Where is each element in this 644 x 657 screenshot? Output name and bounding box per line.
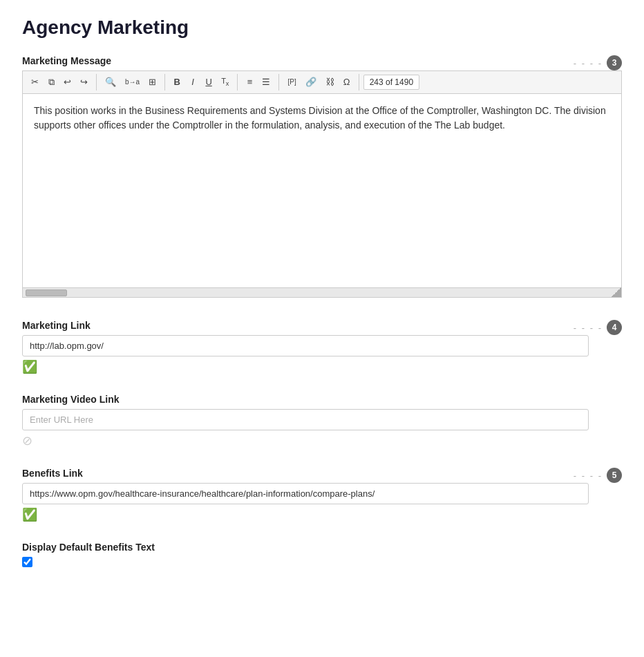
benefits-link-valid-icon: ✅ <box>22 507 622 522</box>
placeholder-button[interactable]: [P] <box>283 75 300 89</box>
marketing-message-editor[interactable]: This position works in the Business Requ… <box>23 94 621 287</box>
toolbar-group-edit: ✂ ⧉ ↩ ↪ <box>27 74 97 91</box>
marketing-video-link-invalid-icon: ⊘ <box>22 433 622 448</box>
marketing-video-link-label: Marketing Video Link <box>22 394 622 405</box>
step-badge-3: - - - - 3 <box>574 55 622 70</box>
marketing-link-valid-icon: ✅ <box>22 359 622 374</box>
marketing-video-link-input[interactable] <box>22 409 589 430</box>
editor-wrapper: This position works in the Business Requ… <box>22 93 622 298</box>
bold-button[interactable]: B <box>169 74 184 91</box>
toolbar-group-format: B I U Tx <box>169 74 238 91</box>
toolbar-group-search: 🔍 b→a ⊞ <box>101 74 165 91</box>
italic-button[interactable]: I <box>185 74 200 91</box>
char-count-group: 243 of 1490 <box>363 75 419 90</box>
ordered-list-button[interactable]: ≡ <box>242 74 257 91</box>
editor-scrollbar[interactable] <box>23 287 621 297</box>
step-badge-5: - - - - 5 <box>574 468 622 483</box>
copy-button[interactable]: ⧉ <box>44 74 59 91</box>
undo-button[interactable]: ↩ <box>59 74 75 91</box>
replace-button[interactable]: b→a <box>121 75 144 89</box>
cut-button[interactable]: ✂ <box>27 74 43 91</box>
benefits-link-field-wrapper <box>22 483 622 504</box>
unlink-button[interactable]: ⛓ <box>321 74 339 91</box>
marketing-link-section: - - - - 4 Marketing Link ✅ <box>22 320 622 374</box>
marketing-video-link-section: Marketing Video Link ⊘ <box>22 394 622 448</box>
table-button[interactable]: ⊞ <box>144 74 160 91</box>
toolbar-group-insert: [P] 🔗 ⛓ Ω <box>283 74 359 91</box>
marketing-link-field-wrapper <box>22 335 622 356</box>
benefits-link-input[interactable] <box>22 483 589 504</box>
editor-toolbar: ✂ ⧉ ↩ ↪ 🔍 b→a ⊞ B I U Tx ≡ ☰ [P] 🔗 ⛓ Ω <box>22 70 622 93</box>
display-default-benefits-label: Display Default Benefits Text <box>22 542 622 553</box>
underline-button[interactable]: U <box>201 74 216 91</box>
search-button[interactable]: 🔍 <box>101 74 120 91</box>
scrollbar-handle[interactable] <box>26 289 67 296</box>
display-default-benefits-section: Display Default Benefits Text <box>22 542 622 567</box>
page-title: Agency Marketing <box>22 17 622 39</box>
special-chars-button[interactable]: Ω <box>339 74 354 91</box>
benefits-link-section: - - - - 5 Benefits Link ✅ <box>22 468 622 522</box>
marketing-video-link-field-wrapper <box>22 409 622 430</box>
marketing-link-label: Marketing Link <box>22 320 622 331</box>
unordered-list-button[interactable]: ☰ <box>258 74 274 91</box>
link-button[interactable]: 🔗 <box>301 74 321 91</box>
char-count: 243 of 1490 <box>363 75 419 90</box>
benefits-link-label: Benefits Link <box>22 468 622 479</box>
resize-handle[interactable] <box>612 287 621 297</box>
redo-button[interactable]: ↪ <box>76 74 92 91</box>
marketing-message-label: Marketing Message <box>22 55 622 66</box>
toolbar-group-list: ≡ ☰ <box>242 74 279 91</box>
display-default-benefits-row <box>22 557 622 567</box>
step-badge-4: - - - - 4 <box>574 320 622 335</box>
marketing-link-input[interactable] <box>22 335 589 356</box>
display-default-benefits-checkbox[interactable] <box>22 557 32 567</box>
clear-format-button[interactable]: Tx <box>217 74 233 91</box>
marketing-message-section: - - - - 3 Marketing Message ✂ ⧉ ↩ ↪ 🔍 b→… <box>22 55 622 298</box>
